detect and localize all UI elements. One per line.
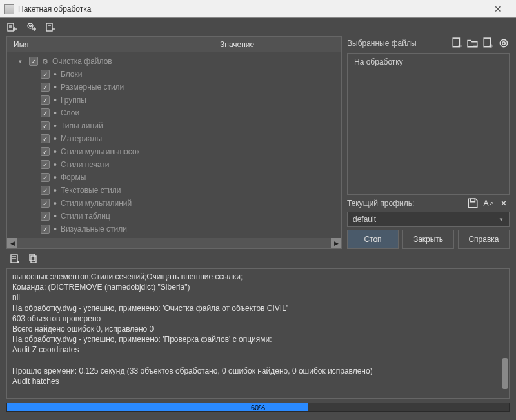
scroll-right-icon[interactable]: ▶ [331, 238, 341, 248]
checkbox[interactable] [41, 70, 50, 79]
log-line: выносных элементов;Стили сечений;Очищать… [12, 272, 504, 282]
rename-icon[interactable]: A↗ [482, 197, 494, 209]
close-icon[interactable]: ✕ [484, 4, 512, 14]
clear-log-icon[interactable] [9, 253, 21, 265]
tree-item-label: Стили печати [61, 160, 110, 169]
checkbox[interactable] [41, 108, 50, 117]
files-list[interactable]: На обработку [347, 53, 510, 195]
add-list-icon[interactable] [6, 21, 18, 33]
log-line: nil [12, 292, 504, 303]
tree-item-label: Формы [61, 173, 86, 182]
file-add-icon[interactable] [482, 37, 494, 49]
tree-item[interactable]: •Слои [7, 106, 341, 119]
tree-item[interactable]: •Размерные стили [7, 81, 341, 94]
chevron-down-icon[interactable]: ▾ [19, 58, 25, 65]
titlebar: Пакетная обработка ✕ [0, 0, 516, 18]
file-remove-icon[interactable] [452, 37, 463, 49]
tree-item[interactable]: •Стили мультилиний [7, 197, 341, 210]
log-line: Прошло времени: 0.125 секунд (33 объекто… [12, 366, 504, 376]
checkbox[interactable] [41, 212, 50, 221]
checkbox[interactable] [29, 57, 38, 66]
bullet-icon: • [54, 173, 57, 182]
column-name[interactable]: Имя [7, 37, 213, 52]
settings-icon[interactable] [498, 37, 510, 49]
tree-item-label: Стили таблиц [61, 212, 110, 221]
checkbox[interactable] [41, 199, 50, 208]
checkbox[interactable] [41, 225, 50, 234]
stop-button[interactable]: Стоп [347, 230, 399, 249]
tree-item[interactable]: •Материалы [7, 132, 341, 145]
svg-point-18 [500, 39, 507, 46]
checkbox[interactable] [41, 160, 50, 169]
tree-item[interactable]: •Стили мультивыносок [7, 145, 341, 158]
tree-item-label: Стили мультивыносок [61, 147, 140, 156]
progress-label: 60% [7, 403, 509, 412]
profile-select[interactable]: default ▼ [347, 212, 510, 227]
checkbox[interactable] [41, 147, 50, 156]
progress-bar: 60% [6, 403, 510, 412]
tree-header: Имя Значение [7, 37, 341, 52]
dropdown-icon: ▼ [499, 217, 504, 223]
checkbox[interactable] [41, 186, 50, 195]
tree-item-label: Текстовые стили [61, 186, 121, 195]
tree-item-label: Размерные стили [61, 83, 124, 92]
copy-log-icon[interactable] [27, 253, 39, 265]
tree-item-label: Слои [61, 108, 79, 117]
gear-icon: ⚙ [42, 57, 48, 66]
log-line [12, 355, 504, 366]
checkbox[interactable] [41, 134, 50, 143]
folder-remove-icon[interactable] [467, 37, 479, 49]
log-line: Прошло времени: 0.047 секунд (33 объекто… [12, 397, 504, 399]
bullet-icon: • [54, 70, 57, 79]
tree-panel: Имя Значение ▾ ⚙ Очистка файлов •Блоки•Р… [6, 36, 342, 249]
bullet-icon: • [54, 95, 57, 105]
svg-point-19 [502, 42, 506, 45]
tree-item[interactable]: •Стили таблиц [7, 210, 341, 223]
tree-item[interactable]: •Текстовые стили [7, 184, 341, 197]
checkbox[interactable] [41, 83, 50, 92]
save-icon[interactable] [467, 197, 479, 209]
tree-item[interactable]: •Типы линий [7, 119, 341, 132]
log-line: Команда: (DICTREMOVE (namedobjdict) "Sib… [12, 282, 504, 292]
delete-profile-icon[interactable]: ✕ [498, 197, 510, 209]
app-icon [4, 4, 14, 14]
tree-root[interactable]: ▾ ⚙ Очистка файлов [7, 55, 341, 68]
checkbox[interactable] [41, 95, 50, 105]
add-gear-icon[interactable] [26, 21, 37, 33]
horizontal-scrollbar[interactable]: ◀ ▶ [7, 238, 341, 248]
bullet-icon: • [54, 212, 57, 221]
tree-item[interactable]: •Формы [7, 171, 341, 184]
scroll-left-icon[interactable]: ◀ [7, 238, 17, 248]
vertical-scrollbar[interactable] [502, 270, 508, 397]
svg-rect-9 [46, 23, 52, 31]
svg-point-6 [30, 25, 32, 27]
tree-item[interactable]: •Стили печати [7, 158, 341, 171]
svg-rect-20 [471, 199, 475, 202]
log-line [12, 386, 504, 397]
tree-item[interactable]: •Визуальные стили [7, 223, 341, 235]
checkbox[interactable] [41, 173, 50, 182]
log-line: Audit hatches [12, 376, 504, 386]
bullet-icon: • [54, 121, 57, 130]
tree[interactable]: ▾ ⚙ Очистка файлов •Блоки•Размерные стил… [7, 52, 341, 238]
window-title: Пакетная обработка [18, 5, 484, 14]
bullet-icon: • [54, 160, 57, 169]
column-value[interactable]: Значение [213, 37, 341, 52]
checkbox[interactable] [41, 121, 50, 130]
bullet-icon: • [54, 186, 57, 195]
profile-value: default [353, 215, 499, 224]
tree-item[interactable]: •Блоки [7, 68, 341, 81]
tree-root-label: Очистка файлов [52, 57, 112, 66]
bullet-icon: • [54, 225, 57, 234]
help-button[interactable]: Справка [458, 230, 510, 249]
tree-item-label: Материалы [61, 134, 102, 143]
close-button[interactable]: Закрыть [402, 230, 454, 249]
remove-item-icon[interactable] [45, 21, 57, 33]
top-toolbar [0, 18, 516, 36]
tree-item[interactable]: •Группы [7, 94, 341, 106]
log-output[interactable]: выносных элементов;Стили сечений;Очищать… [6, 268, 510, 399]
files-header: Выбранные файлы [347, 36, 510, 50]
file-item[interactable]: На обработку [354, 57, 502, 66]
log-toolbar [0, 249, 516, 268]
svg-point-5 [28, 23, 33, 28]
